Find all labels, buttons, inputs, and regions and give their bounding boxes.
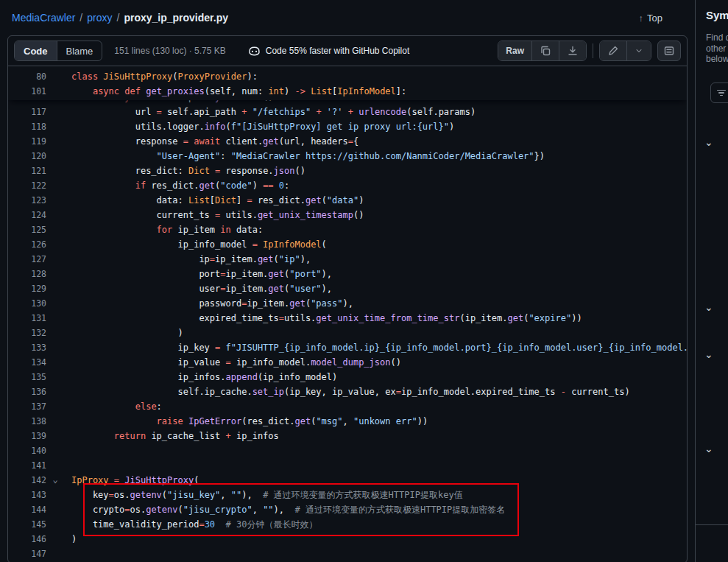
symbol-tree-row[interactable]: ⌄	[704, 346, 713, 362]
symbols-panel-toggle-button[interactable]	[657, 41, 681, 61]
code-text: data: List[Dict] = res_dict.get("data")	[64, 193, 687, 208]
code-token: current_ts	[71, 210, 215, 220]
code-text: ip_key = f"JISUHTTP_{ip_info_model.ip}_{…	[64, 340, 687, 355]
copilot-banner[interactable]: Code 55% faster with GitHub Copilot	[248, 45, 409, 57]
code-token	[71, 180, 135, 191]
symbols-panel-title: Symbols	[706, 9, 728, 21]
line-number[interactable]: 141	[8, 458, 46, 473]
code-line: 120 "User-Agent": "MediaCrawler https://…	[8, 149, 687, 164]
line-number[interactable]: 122	[8, 178, 46, 193]
line-number[interactable]: 143	[8, 488, 46, 502]
tab-blame[interactable]: Blame	[57, 41, 102, 60]
line-number[interactable]: 137	[8, 399, 46, 414]
line-number[interactable]: 129	[8, 281, 46, 296]
chevron-spacer	[46, 105, 64, 119]
pencil-icon	[607, 45, 619, 57]
chevron-spacer	[46, 326, 64, 340]
edit-dropdown-button[interactable]	[626, 41, 651, 60]
code-token: '?'	[327, 107, 343, 117]
chevron-down-icon: ⌄	[704, 348, 713, 360]
line-number[interactable]: 127	[8, 252, 46, 267]
raw-button[interactable]: Raw	[498, 41, 531, 60]
line-number[interactable]: 140	[8, 443, 46, 458]
line-number[interactable]: 131	[8, 311, 46, 326]
code-token: =	[396, 387, 401, 397]
line-number[interactable]: 80	[8, 69, 46, 84]
code-token: ip_key	[71, 343, 215, 353]
line-number[interactable]: 142	[8, 473, 46, 488]
line-number[interactable]: 147	[8, 547, 46, 561]
line-number[interactable]: 146	[8, 532, 46, 547]
line-number[interactable]: 128	[8, 267, 46, 281]
code-text: ip_infos.append(ip_info_model)	[64, 370, 687, 384]
code-token: ""	[231, 490, 241, 500]
line-number[interactable]: 118	[8, 119, 46, 134]
line-number[interactable]: 125	[8, 222, 46, 237]
line-number[interactable]: 145	[8, 517, 46, 532]
code-token: JiSuHttpProxy	[124, 475, 194, 485]
copy-button[interactable]	[531, 41, 559, 60]
code-line: 129 user=ip_item.get("user"),	[8, 281, 687, 296]
code-line: 101 async def get_proxies(self, num: int…	[8, 84, 687, 99]
line-number[interactable]: 132	[8, 326, 46, 340]
line-number[interactable]: 134	[8, 355, 46, 370]
line-number[interactable]: 121	[8, 164, 46, 178]
code-token: ]:	[396, 86, 406, 96]
code-token: "user"	[289, 284, 321, 294]
code-line: 118 utils.logger.info(f"[JiSuHttpProxy] …	[8, 119, 687, 134]
line-number[interactable]: 101	[8, 84, 46, 99]
code-line: 126 ip_info_model = IpInfoModel(	[8, 237, 687, 252]
code-token: )	[252, 180, 263, 191]
line-number[interactable]: 135	[8, 370, 46, 384]
line-number[interactable]: 119	[8, 134, 46, 149]
code-text: class JiSuHttpProxy(ProxyProvider):	[64, 69, 687, 84]
code-token: =	[114, 475, 119, 485]
code-token: "pass"	[311, 298, 342, 309]
copilot-banner-text: Code 55% faster with GitHub Copilot	[266, 46, 409, 56]
code-token	[71, 416, 157, 426]
tab-code[interactable]: Code	[15, 41, 57, 60]
symbol-tree-row[interactable]: ⌄	[704, 440, 713, 457]
edit-button[interactable]	[600, 41, 626, 60]
back-to-top-button[interactable]: ↑ Top	[639, 13, 662, 24]
code-token: List	[311, 86, 332, 96]
breadcrumb-repo-link[interactable]: MediaCrawler	[12, 12, 75, 24]
symbols-filter-input[interactable]	[710, 82, 728, 103]
code-token: res_dict.	[146, 180, 199, 191]
chevron-spacer	[46, 443, 64, 458]
chevron-spacer	[46, 84, 64, 99]
code-token: =	[226, 357, 231, 368]
code-token: password	[71, 298, 241, 309]
code-token: get	[263, 136, 279, 147]
code-token: utils.	[284, 313, 316, 323]
code-token: info	[205, 122, 226, 132]
line-number[interactable]: 138	[8, 414, 46, 429]
code-token	[183, 416, 188, 426]
line-number[interactable]: 133	[8, 340, 46, 355]
code-token: ProxyProvider	[178, 71, 247, 82]
filter-funnel-icon	[717, 90, 726, 96]
code-text: crypto=os.getenv("jisu_crypto", ""), # 通…	[64, 502, 687, 517]
chevron-spacer	[46, 164, 64, 178]
code-token: json	[274, 166, 295, 176]
symbol-tree-row[interactable]: ⌄	[704, 299, 713, 315]
line-number[interactable]: 130	[8, 296, 46, 311]
line-number[interactable]: 124	[8, 208, 46, 222]
code-text	[64, 443, 687, 458]
line-number[interactable]: 136	[8, 384, 46, 399]
collapse-chevron-icon[interactable]: ⌄	[46, 473, 64, 488]
line-number[interactable]: 117	[8, 105, 46, 119]
line-number[interactable]: 139	[8, 429, 46, 443]
code-token: ip_infos.	[71, 372, 226, 382]
code-line: 147	[8, 547, 687, 561]
line-number[interactable]: 123	[8, 193, 46, 208]
download-button[interactable]	[559, 41, 586, 60]
code-text: self.ip_cache.set_ip(ip_key, ip_value, e…	[64, 384, 687, 399]
line-number[interactable]: 144	[8, 502, 46, 517]
line-number[interactable]: 120	[8, 149, 46, 164]
code-token	[71, 225, 157, 235]
breadcrumb-dir-link[interactable]: proxy	[87, 12, 112, 24]
line-number[interactable]: 126	[8, 237, 46, 252]
code-line: 124 current_ts = utils.get_unix_timestam…	[8, 208, 687, 222]
symbol-tree-row[interactable]: ⌄	[704, 134, 713, 150]
